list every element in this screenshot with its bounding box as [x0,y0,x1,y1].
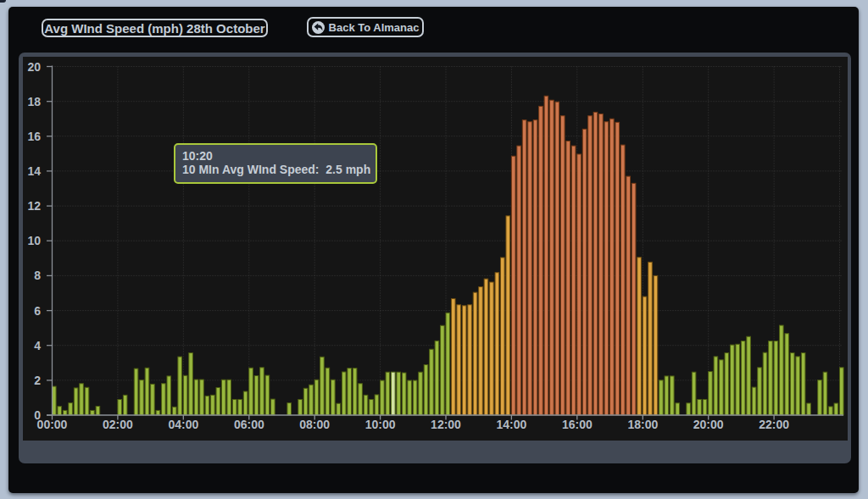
svg-text:12: 12 [27,199,41,213]
svg-text:10:00: 10:00 [364,417,395,430]
svg-text:00:00: 00:00 [36,417,67,430]
svg-text:20:00: 20:00 [693,417,723,430]
svg-text:6: 6 [34,303,41,317]
svg-text:08:00: 08:00 [299,417,330,430]
svg-text:8: 8 [34,269,41,282]
svg-text:16:00: 16:00 [561,417,592,430]
svg-text:20: 20 [27,59,41,73]
svg-text:22:00: 22:00 [759,417,789,430]
svg-text:18:00: 18:00 [627,417,658,430]
svg-text:10: 10 [27,234,41,247]
svg-text:4: 4 [34,338,41,352]
svg-text:16: 16 [27,129,41,142]
svg-text:2: 2 [34,373,41,386]
svg-text:02:00: 02:00 [102,417,132,430]
svg-text:14: 14 [27,164,41,177]
svg-text:14:00: 14:00 [496,417,526,430]
svg-text:06:00: 06:00 [233,417,264,430]
svg-text:04:00: 04:00 [168,417,198,430]
svg-text:12:00: 12:00 [431,417,461,430]
svg-text:18: 18 [27,94,41,108]
